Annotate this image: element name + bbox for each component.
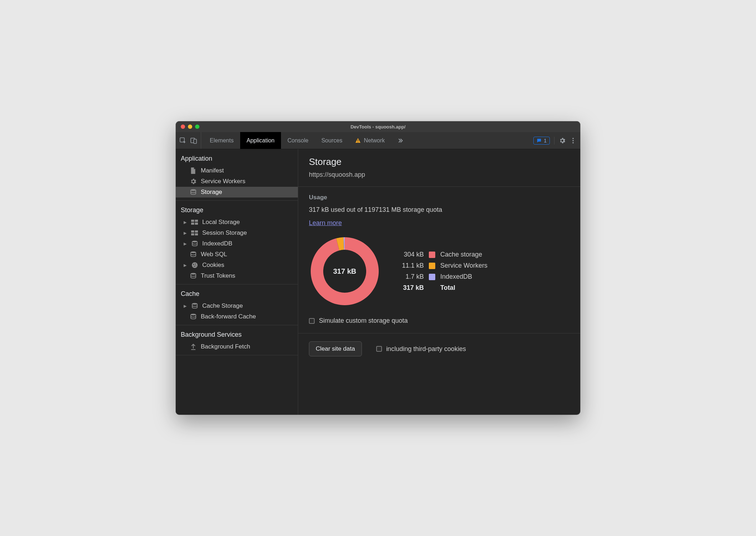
sidebar-item-label: Back-forward Cache [201, 313, 256, 320]
sidebar-item-label: Web SQL [201, 251, 227, 258]
database-icon [191, 302, 199, 310]
sidebar-item-session-storage[interactable]: ▶Session Storage [176, 228, 298, 238]
usage-line: 317 kB used out of 1197131 MB storage qu… [309, 206, 570, 214]
tab-elements[interactable]: Elements [203, 132, 240, 149]
legend-value: 1.7 kB [402, 273, 424, 281]
sidebar-item-label: Trust Tokens [201, 272, 235, 279]
sidebar-item-label: Service Workers [201, 178, 245, 185]
sidebar-item-background-fetch[interactable]: Background Fetch [176, 341, 298, 352]
cookie-icon [191, 262, 199, 269]
warning-icon [355, 138, 361, 143]
simulate-quota-row: Simulate custom storage quota [309, 317, 570, 325]
database-icon [189, 189, 197, 196]
svg-rect-2 [194, 139, 197, 143]
svg-rect-12 [195, 223, 198, 225]
learn-more-link[interactable]: Learn more [309, 219, 342, 226]
svg-point-26 [191, 314, 196, 316]
disclosure-triangle-icon[interactable]: ▶ [184, 220, 187, 225]
svg-rect-11 [191, 223, 194, 225]
tab-console[interactable]: Console [281, 132, 315, 149]
clear-site-data-button[interactable]: Clear site data [309, 341, 362, 356]
legend-label: Service Workers [440, 262, 488, 269]
usage-chart-row: 317 kB 304 kBCache storage11.1 kBService… [309, 235, 570, 307]
tab-label: Console [287, 137, 309, 144]
tab-label: Application [247, 137, 275, 144]
svg-point-8 [191, 189, 196, 191]
usage-donut-chart: 317 kB [309, 235, 381, 307]
sidebar-section: Storage▶Local Storage▶Session Storage▶In… [176, 201, 298, 284]
legend-swatch [429, 252, 435, 258]
tab-label: Elements [210, 137, 234, 144]
chart-legend: 304 kBCache storage11.1 kBService Worker… [402, 251, 488, 292]
sidebar-item-trust-tokens[interactable]: Trust Tokens [176, 271, 298, 281]
third-party-cookies-label: including third-party cookies [386, 345, 466, 353]
tab-label: Network [364, 137, 385, 144]
device-toolbar-icon[interactable] [190, 137, 197, 144]
sidebar-section-title: Application [176, 153, 298, 165]
sidebar-section-title: Storage [176, 204, 298, 217]
grid-icon [191, 230, 199, 236]
tab-network[interactable]: Network [349, 132, 391, 149]
gear-icon [189, 178, 197, 185]
disclosure-triangle-icon[interactable]: ▶ [184, 231, 187, 235]
svg-point-21 [195, 264, 196, 264]
svg-rect-3 [358, 140, 359, 141]
sidebar-item-back-forward-cache[interactable]: Back-forward Cache [176, 311, 298, 322]
svg-point-5 [572, 138, 574, 139]
database-icon [189, 272, 197, 279]
sidebar-item-label: Storage [201, 189, 222, 196]
sidebar-item-label: IndexedDB [202, 240, 232, 247]
sidebar-item-storage[interactable]: Storage [176, 187, 298, 198]
tab-sources[interactable]: Sources [315, 132, 349, 149]
sidebar-item-local-storage[interactable]: ▶Local Storage [176, 217, 298, 228]
sidebar-item-label: Session Storage [202, 229, 247, 237]
disclosure-triangle-icon[interactable]: ▶ [184, 263, 187, 268]
origin-text: https://squoosh.app [309, 171, 570, 179]
sidebar-item-label: Cookies [202, 262, 224, 269]
sidebar-item-manifest[interactable]: Manifest [176, 165, 298, 176]
panel-body: ApplicationManifestService WorkersStorag… [176, 149, 580, 415]
svg-point-19 [192, 262, 198, 268]
svg-point-24 [191, 273, 196, 275]
messages-pill[interactable]: 1 [533, 137, 550, 145]
traffic-lights [176, 125, 199, 129]
devtools-window: DevTools - squoosh.app/ Elements Applica… [176, 121, 580, 415]
sidebar-item-indexeddb[interactable]: ▶IndexedDB [176, 238, 298, 249]
legend-label: IndexedDB [440, 273, 488, 281]
tab-application[interactable]: Application [240, 132, 281, 149]
svg-point-22 [194, 266, 195, 267]
legend-value: 11.1 kB [402, 262, 424, 269]
svg-point-23 [195, 265, 196, 266]
inspect-element-icon[interactable] [179, 137, 186, 144]
sidebar-item-web-sql[interactable]: Web SQL [176, 249, 298, 260]
close-window-button[interactable] [181, 125, 185, 129]
legend-label: Cache storage [440, 251, 488, 258]
zoom-window-button[interactable] [195, 125, 199, 129]
actions-row: Clear site data including third-party co… [298, 333, 580, 364]
third-party-cookies-checkbox[interactable] [376, 346, 382, 352]
sidebar-item-cache-storage[interactable]: ▶Cache Storage [176, 301, 298, 311]
storage-header: Storage https://squoosh.app [298, 149, 580, 187]
window-title: DevTools - squoosh.app/ [176, 124, 580, 130]
main-pane: Storage https://squoosh.app Usage 317 kB… [298, 149, 580, 415]
svg-rect-16 [195, 233, 198, 235]
database-icon [189, 251, 197, 258]
minimize-window-button[interactable] [188, 125, 192, 129]
sidebar-item-label: Manifest [201, 167, 224, 174]
sidebar-section: ApplicationManifestService WorkersStorag… [176, 149, 298, 201]
kebab-menu-icon[interactable] [570, 137, 576, 144]
svg-point-17 [192, 241, 197, 243]
sidebar-item-cookies[interactable]: ▶Cookies [176, 260, 298, 271]
sidebar-item-service-workers[interactable]: Service Workers [176, 176, 298, 187]
usage-section: Usage 317 kB used out of 1197131 MB stor… [298, 187, 580, 333]
disclosure-triangle-icon[interactable]: ▶ [184, 242, 187, 246]
sidebar-section: Background ServicesBackground Fetch [176, 325, 298, 355]
sidebar-item-label: Cache Storage [202, 302, 243, 310]
settings-icon[interactable] [559, 137, 566, 144]
page-title: Storage [309, 156, 570, 167]
disclosure-triangle-icon[interactable]: ▶ [184, 304, 187, 308]
tab-overflow[interactable] [391, 132, 410, 149]
simulate-quota-checkbox[interactable] [309, 318, 315, 324]
svg-rect-14 [195, 230, 198, 233]
legend-value: 304 kB [402, 251, 424, 258]
